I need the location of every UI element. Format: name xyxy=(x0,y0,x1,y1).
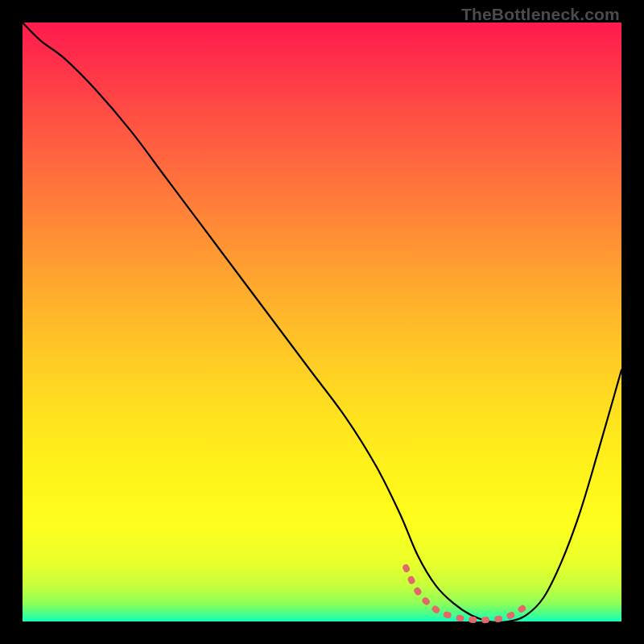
chart-frame: TheBottleneck.com xyxy=(0,0,644,644)
attribution-label: TheBottleneck.com xyxy=(461,5,620,24)
plot-area xyxy=(23,23,621,621)
bottleneck-curve xyxy=(23,23,621,622)
curve-layer xyxy=(23,23,621,621)
